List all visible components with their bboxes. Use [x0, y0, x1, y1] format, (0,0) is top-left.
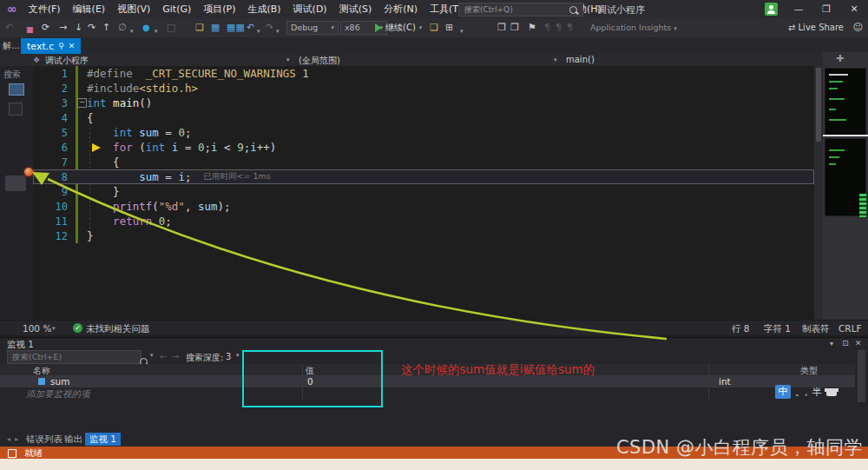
- code-line-5[interactable]: 5 int sum = 0;: [33, 125, 814, 140]
- scrollbar-thumb[interactable]: [816, 68, 821, 142]
- menu-project[interactable]: 项目(P): [197, 0, 241, 18]
- tab-watch-1[interactable]: 监视 1: [85, 433, 121, 446]
- ime-language-icon[interactable]: 中: [775, 385, 791, 399]
- quick-search-box[interactable]: 搜索(Ctrl+Q): [458, 3, 583, 17]
- add-person-icon[interactable]: ☺: [853, 21, 863, 35]
- watch-name[interactable]: sum: [50, 376, 69, 387]
- save-all-icon[interactable]: ▦▦: [227, 21, 245, 35]
- windows-stack-icon[interactable]: ❐: [497, 21, 506, 35]
- code-line-8[interactable]: 8 sum = i;已用时间<= 1ms: [33, 169, 814, 184]
- watch-search-input[interactable]: 搜索(Ctrl+E): [7, 350, 141, 364]
- tab-output[interactable]: 输出: [64, 434, 82, 446]
- step-over-icon[interactable]: ↷: [88, 21, 95, 35]
- show-all-windows-icon[interactable]: ⊞: [445, 21, 453, 35]
- caret-line[interactable]: 行 8: [732, 323, 750, 335]
- panel-menu-icon[interactable]: ▾: [830, 340, 833, 348]
- panel-dock-icon[interactable]: ⊡: [842, 339, 849, 348]
- undo-icon[interactable]: ↶: [247, 21, 254, 35]
- ime-skin-icon[interactable]: [826, 388, 837, 396]
- zoom-level[interactable]: 100 %: [23, 323, 51, 334]
- code-line-12[interactable]: 12}: [33, 228, 814, 243]
- add-watch-placeholder[interactable]: 添加要监视的项: [26, 388, 90, 400]
- caret-icon[interactable]: ▾: [257, 24, 260, 38]
- show-next-statement-icon[interactable]: →: [59, 21, 67, 35]
- line-ending[interactable]: CRLF: [838, 323, 862, 334]
- step-into-icon[interactable]: ↓: [75, 21, 82, 35]
- code-line-11[interactable]: 11 return 0;: [33, 214, 814, 228]
- code-line-4[interactable]: 4{: [33, 110, 814, 125]
- pin-icon[interactable]: ⚲: [58, 42, 64, 50]
- bookmark-flag-icon[interactable]: ⚑: [528, 21, 536, 35]
- nav-back-icon[interactable]: ↶: [5, 21, 13, 35]
- app-insights-dropdown[interactable]: Application Insights ▾: [590, 21, 677, 36]
- health-status[interactable]: 未找到相关问题: [86, 323, 150, 335]
- ime-punctuation[interactable]: 。,: [795, 386, 808, 399]
- chevron-down-icon[interactable]: ▾: [554, 56, 557, 63]
- edit-pencil-icon[interactable]: ∅: [118, 21, 127, 35]
- menu-test[interactable]: 测试(S): [333, 0, 378, 18]
- panel-close-icon[interactable]: ✕: [855, 339, 862, 348]
- close-button[interactable]: ✕: [840, 0, 868, 18]
- code-line-2[interactable]: 2#include<stdio.h>: [33, 81, 814, 96]
- close-tab-icon[interactable]: ✕: [69, 42, 76, 50]
- save-icon[interactable]: ▦: [211, 21, 220, 35]
- breakpoints-window-icon[interactable]: ❏: [430, 21, 438, 35]
- open-file-icon[interactable]: ❏: [195, 21, 204, 35]
- menu-edit[interactable]: 编辑(E): [67, 0, 112, 18]
- strip-thumb[interactable]: [5, 175, 26, 191]
- live-share-button[interactable]: ⇄ Live Share: [788, 21, 844, 35]
- console-thumbnail[interactable]: [825, 68, 866, 136]
- code-line-1[interactable]: 1#define _CRT_SECURE_NO_WARNINGS 1: [33, 66, 814, 81]
- caret-icon[interactable]: ▾: [155, 24, 158, 38]
- menu-debug[interactable]: 调试(D): [287, 0, 333, 18]
- chevron-down-icon[interactable]: ▾: [52, 325, 56, 332]
- chevron-down-icon[interactable]: ▾: [150, 352, 154, 359]
- menu-analyze[interactable]: 分析(N): [378, 0, 424, 18]
- solution-config-dropdown[interactable]: Debug▾: [286, 21, 339, 35]
- account-avatar[interactable]: [765, 3, 778, 16]
- code-line-7[interactable]: 7 {: [33, 155, 814, 169]
- windows-stack-icon[interactable]: ❐: [510, 21, 519, 35]
- chevron-down-icon[interactable]: ▾: [236, 352, 240, 359]
- window-preview-icon[interactable]: [9, 83, 24, 96]
- code-editor[interactable]: 1#define _CRT_SECURE_NO_WARNINGS 12#incl…: [33, 66, 814, 320]
- breakpoint-toggle-icon[interactable]: ●: [142, 21, 150, 35]
- watch-scrollbar[interactable]: [858, 350, 865, 402]
- caret-icon[interactable]: ▾: [130, 24, 134, 38]
- code-line-9[interactable]: 9 }: [33, 184, 814, 199]
- status-bar-icon[interactable]: [8, 449, 16, 458]
- menu-file[interactable]: 文件(F): [23, 0, 67, 18]
- menu-git[interactable]: Git(G): [156, 0, 197, 18]
- editor-vertical-scrollbar[interactable]: [814, 66, 823, 320]
- stop-debug-icon[interactable]: ■: [26, 23, 34, 36]
- breadcrumb-scope[interactable]: (全局范围): [299, 55, 340, 67]
- tab-scroll-right-icon[interactable]: ▸: [15, 435, 18, 443]
- breadcrumb-member[interactable]: main(): [566, 55, 595, 64]
- step-out-icon[interactable]: ↑: [102, 21, 110, 35]
- continue-button[interactable]: 继续(C) ▾: [375, 21, 422, 35]
- ime-toolbar[interactable]: 中 。, 半: [775, 383, 837, 400]
- fold-marker-icon[interactable]: −: [77, 98, 87, 108]
- breadcrumb-project[interactable]: 调试小程序: [45, 55, 89, 67]
- chevron-down-icon[interactable]: ▾: [286, 56, 290, 63]
- search-tool-label[interactable]: 搜索: [3, 69, 21, 81]
- tab-scroll-left-icon[interactable]: ◂: [7, 435, 10, 443]
- caret-icon[interactable]: ▾: [460, 24, 464, 38]
- ime-shape[interactable]: 半: [812, 386, 822, 399]
- code-line-3[interactable]: 3−int main(): [33, 96, 814, 110]
- code-line-10[interactable]: 10 printf("%d", sum);: [33, 199, 814, 214]
- breakpoint-dot[interactable]: [24, 168, 33, 176]
- tool-icon[interactable]: [9, 103, 23, 116]
- tab-text-c[interactable]: text.c ⚲ ✕: [21, 38, 81, 54]
- collapsed-solution-explorer-label[interactable]: 解...: [3, 40, 20, 52]
- menu-view[interactable]: 视图(V): [111, 0, 156, 18]
- minimize-button[interactable]: —: [785, 0, 812, 18]
- indentation-mode[interactable]: 制表符: [802, 323, 830, 335]
- menu-build[interactable]: 生成(B): [241, 0, 286, 18]
- caret-icon[interactable]: ▾: [276, 24, 279, 38]
- restore-button[interactable]: ❐: [812, 0, 840, 18]
- code-line-6[interactable]: 6 for (int i = 0;i < 9;i++): [33, 140, 814, 155]
- tab-error-list[interactable]: 错误列表: [26, 434, 62, 446]
- search-depth-value[interactable]: 3: [226, 352, 231, 361]
- restart-icon[interactable]: ⟳: [42, 21, 49, 35]
